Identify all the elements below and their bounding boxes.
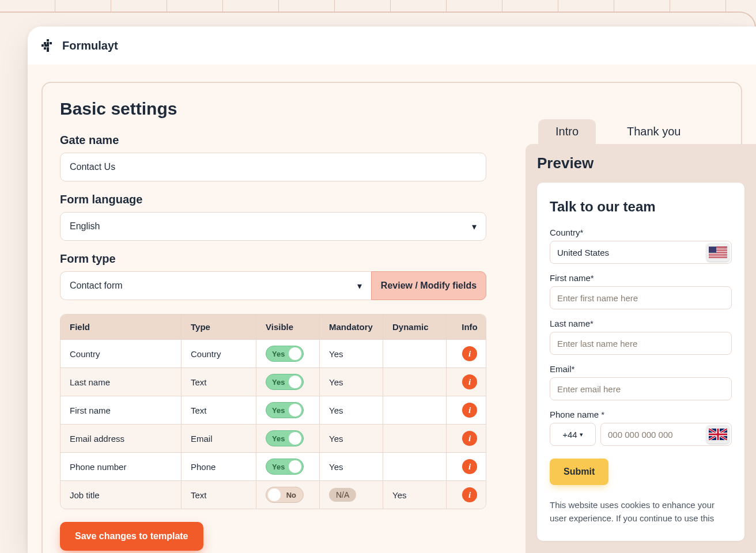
svg-rect-8 bbox=[47, 47, 49, 50]
cell-field: First name bbox=[61, 396, 182, 424]
cell-dynamic bbox=[383, 453, 447, 480]
us-flag-icon bbox=[706, 243, 729, 262]
cell-type: Text bbox=[182, 481, 256, 509]
country-select[interactable]: United States bbox=[550, 241, 732, 264]
svg-rect-2 bbox=[47, 42, 49, 44]
firstname-input[interactable]: Enter first name here bbox=[550, 286, 732, 309]
cell-field: Last name bbox=[61, 368, 182, 396]
cell-mandatory: Yes bbox=[320, 340, 383, 368]
cell-mandatory: Yes bbox=[320, 425, 383, 452]
svg-rect-14 bbox=[709, 253, 727, 254]
svg-rect-16 bbox=[709, 256, 727, 257]
firstname-label: First name* bbox=[550, 273, 732, 283]
table-row: First nameTextYesYesi bbox=[61, 396, 486, 425]
lastname-input[interactable]: Enter last name here bbox=[550, 332, 732, 355]
svg-rect-15 bbox=[709, 255, 727, 256]
tab-thankyou[interactable]: Thank you bbox=[610, 119, 698, 144]
svg-rect-17 bbox=[709, 247, 716, 253]
cell-info: i bbox=[447, 368, 486, 396]
cell-visible: Yes bbox=[256, 340, 320, 368]
cell-field: Job title bbox=[61, 481, 182, 509]
cell-visible: Yes bbox=[256, 396, 320, 424]
fields-table: Field Type Visible Mandatory Dynamic Inf… bbox=[60, 314, 486, 509]
review-modify-button[interactable]: Review / Modify fields bbox=[371, 271, 486, 300]
cell-dynamic bbox=[383, 396, 447, 424]
col-dynamic: Dynamic bbox=[383, 315, 447, 339]
cell-info: i bbox=[447, 340, 486, 368]
lastname-label: Last name* bbox=[550, 319, 732, 328]
brand-name: Formulayt bbox=[62, 39, 118, 52]
phone-input[interactable]: 000 000 000 000 bbox=[600, 423, 732, 446]
cell-visible: Yes bbox=[256, 453, 320, 480]
svg-rect-1 bbox=[44, 42, 46, 44]
col-mandatory: Mandatory bbox=[320, 315, 383, 339]
na-pill: N/A bbox=[329, 488, 356, 502]
table-row: Last nameTextYesYesi bbox=[61, 368, 486, 396]
save-button[interactable]: Save changes to template bbox=[60, 522, 203, 551]
submit-button[interactable]: Submit bbox=[550, 459, 608, 485]
cell-dynamic bbox=[383, 425, 447, 452]
phone-code-select[interactable]: +44 ▾ bbox=[550, 423, 596, 446]
cell-type: Text bbox=[182, 368, 256, 396]
cell-field: Email address bbox=[61, 425, 182, 452]
col-info: Info bbox=[447, 315, 486, 339]
cell-info: i bbox=[447, 425, 486, 452]
cell-mandatory: Yes bbox=[320, 453, 383, 480]
visible-toggle[interactable]: Yes bbox=[266, 346, 304, 362]
cell-type: Email bbox=[182, 425, 256, 452]
visible-toggle[interactable]: Yes bbox=[266, 430, 304, 446]
email-input[interactable]: Enter email here bbox=[550, 377, 732, 400]
chevron-down-icon: ▾ bbox=[472, 221, 477, 232]
info-icon[interactable]: i bbox=[462, 431, 477, 446]
info-icon[interactable]: i bbox=[462, 374, 477, 389]
svg-rect-7 bbox=[44, 47, 46, 50]
cell-visible: No bbox=[256, 481, 320, 509]
info-icon[interactable]: i bbox=[462, 403, 477, 418]
logo-icon bbox=[40, 38, 55, 53]
phone-label: Phone name * bbox=[550, 410, 732, 419]
info-icon[interactable]: i bbox=[462, 459, 477, 474]
svg-rect-4 bbox=[41, 44, 44, 47]
chevron-down-icon: ▾ bbox=[357, 281, 362, 291]
cell-dynamic bbox=[383, 340, 447, 368]
cell-mandatory: Yes bbox=[320, 368, 383, 396]
cell-info: i bbox=[447, 481, 486, 509]
cell-visible: Yes bbox=[256, 425, 320, 452]
table-row: Job titleTextNoN/AYesi bbox=[61, 481, 486, 509]
table-row: Email addressEmailYesYesi bbox=[61, 425, 486, 453]
visible-toggle[interactable]: Yes bbox=[266, 459, 304, 475]
svg-rect-9 bbox=[47, 50, 49, 52]
gate-name-input[interactable]: Contact Us bbox=[60, 153, 486, 181]
cell-info: i bbox=[447, 453, 486, 480]
col-type: Type bbox=[182, 315, 256, 339]
page-title: Basic settings bbox=[60, 99, 724, 119]
visible-toggle[interactable]: Yes bbox=[266, 402, 304, 418]
cell-type: Phone bbox=[182, 453, 256, 480]
cell-mandatory: N/A bbox=[320, 481, 383, 509]
uk-flag-icon bbox=[706, 425, 729, 444]
tab-intro[interactable]: Intro bbox=[538, 119, 596, 144]
col-visible: Visible bbox=[256, 315, 320, 339]
cell-mandatory: Yes bbox=[320, 396, 383, 424]
preview-form: Talk to our team Country* United States … bbox=[537, 183, 744, 541]
cell-dynamic: Yes bbox=[383, 481, 447, 509]
cell-visible: Yes bbox=[256, 368, 320, 396]
cell-type: Text bbox=[182, 396, 256, 424]
visible-toggle[interactable]: No bbox=[266, 487, 304, 503]
info-icon[interactable]: i bbox=[462, 487, 477, 502]
svg-rect-0 bbox=[47, 39, 49, 41]
svg-rect-6 bbox=[47, 44, 49, 47]
email-label: Email* bbox=[550, 364, 732, 374]
info-icon[interactable]: i bbox=[462, 346, 477, 361]
cell-field: Country bbox=[61, 340, 182, 368]
form-language-select[interactable]: English ▾ bbox=[60, 212, 486, 241]
cookie-text: This website uses cookies to enhance you… bbox=[550, 499, 732, 525]
cell-dynamic bbox=[383, 368, 447, 396]
country-label: Country* bbox=[550, 228, 732, 237]
topbar: Formulayt bbox=[28, 26, 756, 65]
cell-info: i bbox=[447, 396, 486, 424]
visible-toggle[interactable]: Yes bbox=[266, 374, 304, 390]
form-type-select[interactable]: Contact form ▾ bbox=[60, 271, 371, 300]
col-field: Field bbox=[61, 315, 182, 339]
chevron-down-icon: ▾ bbox=[580, 431, 583, 438]
